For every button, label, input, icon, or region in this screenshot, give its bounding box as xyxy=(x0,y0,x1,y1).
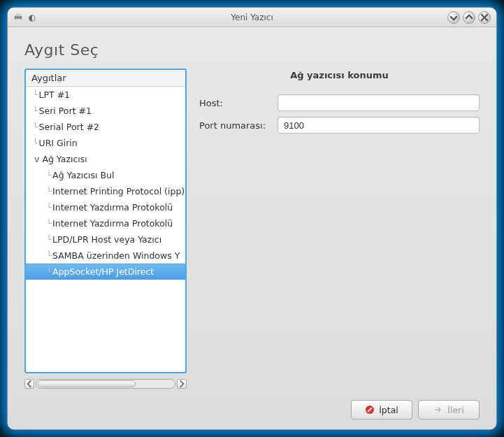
horizontal-scrollbar[interactable] xyxy=(24,378,187,390)
tree-item[interactable]: └SAMBA üzerinden Windows Y xyxy=(26,248,185,264)
tree-item-label: Ağ Yazıcısı Bul xyxy=(52,168,114,183)
panel-title: Ağ yazıcısı konumu xyxy=(199,70,480,80)
dialog-content: Aygıt Seç Aygıtlar └LPT #1└Seri Port #1└… xyxy=(8,27,496,429)
scroll-track[interactable] xyxy=(36,379,175,389)
chevron-down-icon[interactable]: v xyxy=(34,152,39,167)
cancel-icon xyxy=(365,405,375,415)
tree-twig: └ xyxy=(33,200,51,215)
tree-twig: └ xyxy=(33,103,38,119)
dialog-footer: İptal İleri xyxy=(24,400,480,420)
tree-item-label: Seri Port #1 xyxy=(39,103,92,119)
tree-item-label: Ağ Yazıcısı xyxy=(42,152,87,167)
tree-twig: └ xyxy=(33,216,51,231)
tree-item[interactable]: └Serial Port #2 xyxy=(26,119,185,135)
close-button[interactable] xyxy=(478,11,491,24)
tree-item-label: Internet Printing Protocol (ipp) xyxy=(52,184,185,199)
tree-twig: └ xyxy=(33,184,51,199)
port-input[interactable] xyxy=(278,117,480,134)
devices-column: Aygıtlar └LPT #1└Seri Port #1└Serial Por… xyxy=(24,69,187,390)
svg-rect-2 xyxy=(16,18,21,20)
tree-item[interactable]: └URI Girin xyxy=(26,135,185,151)
maximize-button[interactable] xyxy=(463,11,475,24)
minimize-button[interactable] xyxy=(447,11,460,24)
titlebar: ◐ Yeni Yazıcı xyxy=(8,8,496,27)
devices-tree[interactable]: Aygıtlar └LPT #1└Seri Port #1└Serial Por… xyxy=(24,69,187,373)
tree-item-label: LPT #1 xyxy=(39,87,71,103)
tree-item[interactable]: └Internet Yazdırma Protokolü xyxy=(26,199,185,215)
host-input[interactable] xyxy=(278,94,480,111)
window: ◐ Yeni Yazıcı Aygıt Seç Aygıtlar └LPT #1… xyxy=(7,7,497,430)
tree-item[interactable]: └LPD/LPR Host veya Yazıcı xyxy=(26,231,185,248)
tree-item-label: SAMBA üzerinden Windows Y xyxy=(52,248,180,264)
scroll-left-button[interactable] xyxy=(24,379,34,389)
tree-twig: └ xyxy=(33,87,38,103)
tree-item-label: LPD/LPR Host veya Yazıcı xyxy=(52,232,161,248)
tree-item-label: Internet Yazdırma Protokolü xyxy=(52,200,173,215)
tree-item-label: Internet Yazdırma Protokolü xyxy=(52,216,173,231)
scroll-thumb[interactable] xyxy=(38,380,136,387)
tree-twig: └ xyxy=(33,120,38,135)
cancel-label: İptal xyxy=(379,405,398,415)
tree-item[interactable]: └Internet Printing Protocol (ipp) xyxy=(26,183,185,199)
svg-rect-1 xyxy=(16,13,21,16)
tree-twig: └ xyxy=(33,232,51,248)
tree-twig: └ xyxy=(33,264,51,280)
tree-item[interactable]: └Seri Port #1 xyxy=(26,103,185,119)
page-title: Aygıt Seç xyxy=(24,41,480,59)
forward-button[interactable]: İleri xyxy=(418,400,480,420)
host-label: Host: xyxy=(199,98,278,108)
cancel-button[interactable]: İptal xyxy=(351,400,412,420)
forward-icon xyxy=(433,405,443,415)
tree-item-label: URI Girin xyxy=(39,136,78,151)
tree-item[interactable]: vAğ Yazıcısı xyxy=(26,151,185,167)
tree-twig: └ xyxy=(33,168,51,183)
window-title: Yeni Yazıcı xyxy=(8,13,496,22)
tree-item[interactable]: └Internet Yazdırma Protokolü xyxy=(26,215,185,231)
port-label: Port numarası: xyxy=(199,120,278,131)
tree-header: Aygıtlar xyxy=(26,70,185,87)
location-panel: Ağ yazıcısı konumu Host: Port numarası: xyxy=(199,69,480,390)
tree-twig: └ xyxy=(33,136,38,151)
tree-item[interactable]: └Ağ Yazıcısı Bul xyxy=(26,167,185,183)
printer-icon xyxy=(13,13,23,22)
tree-item-label: AppSocket/HP JetDirect xyxy=(52,264,154,280)
tree-item[interactable]: └LPT #1 xyxy=(26,87,185,103)
tree-item[interactable]: └AppSocket/HP JetDirect xyxy=(26,264,185,280)
collapse-icon: ◐ xyxy=(27,13,37,22)
forward-label: İleri xyxy=(447,405,463,415)
tree-item-label: Serial Port #2 xyxy=(39,120,100,135)
scroll-right-button[interactable] xyxy=(177,379,187,389)
tree-twig: └ xyxy=(33,248,51,264)
